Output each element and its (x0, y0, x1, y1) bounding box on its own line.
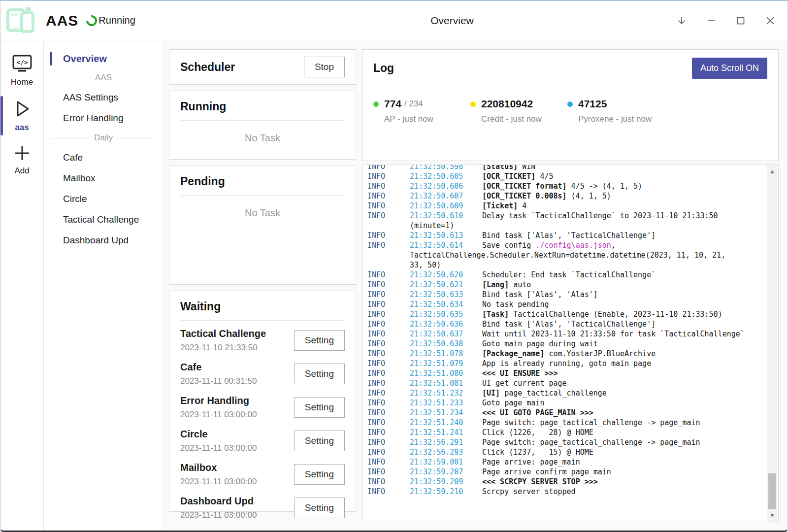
log-line: INFO21:32:56.291Page switch: page_tactic… (367, 437, 766, 447)
task-name: Dashboard Upd (180, 496, 257, 507)
hide-to-tray-button[interactable] (675, 14, 688, 27)
close-button[interactable] (764, 14, 777, 27)
nav-item-overview[interactable]: Overview (44, 49, 163, 68)
running-empty-text: No Task (180, 133, 345, 144)
nav-item-cafe[interactable]: Cafe (44, 147, 163, 168)
stat-value: 220810942 (481, 98, 533, 110)
nav-section-daily: Daily (44, 129, 163, 147)
stat-suffix: / 234 (404, 99, 423, 109)
waiting-card: Waiting Tactical Challenge 2023-11-10 21… (169, 291, 356, 512)
log-scrollbar[interactable]: ▲ ▼ (767, 165, 777, 522)
scrollbar-thumb[interactable] (768, 473, 776, 509)
stat-label: Credit - just now (481, 114, 567, 124)
log-lines: INFO21:32:50.598[Status] WININFO21:32:50… (367, 165, 766, 497)
log-line: INFO21:32:51.234<<< UI GOTO PAGE_MAIN >>… (367, 408, 766, 418)
scheduler-stop-button[interactable]: Stop (304, 57, 345, 77)
stat-value: 47125 (578, 98, 607, 110)
running-spinner-icon (84, 13, 99, 28)
task-name: Mailbox (180, 462, 257, 473)
log-line: INFO21:32:51.241Click (1226, 28) @ HOME (367, 428, 766, 437)
divider (180, 320, 345, 321)
task-setting-button[interactable]: Setting (294, 330, 345, 351)
task-setting-button[interactable]: Setting (294, 364, 345, 384)
log-line: INFO21:32:50.635[Task] TacticalChallenge… (367, 309, 766, 319)
log-line: INFO21:32:51.232[UI] page_tactical_chall… (367, 388, 766, 398)
nav-section-daily-label: Daily (94, 133, 113, 143)
task-name: Cafe (180, 362, 257, 373)
task-next-run: 2023-11-11 03:00:00 (180, 443, 257, 453)
close-icon (765, 15, 776, 26)
rail-item-add[interactable]: Add (0, 138, 43, 182)
waiting-item-cafe: Cafe 2023-11-11 00:31:50 Setting (180, 357, 345, 391)
divider (180, 120, 345, 121)
rail-item-home[interactable]: </> Home (0, 49, 43, 93)
log-line: INFO21:32:50.636Bind task ['Alas', 'Tact… (367, 319, 766, 329)
stat-credit: 220810942 Credit - just now (470, 98, 567, 124)
app-window: AAS Running Overview </> (0, 0, 788, 532)
log-line-continuation: 33, 50) (367, 260, 766, 270)
log-line: INFO21:32:59.209<<< SCRCPY SERVER STOP >… (367, 477, 766, 487)
nav-section-aas: AAS (44, 68, 163, 87)
log-line: INFO21:32:50.638Goto main page during wa… (367, 339, 766, 349)
nav-item-error-handling[interactable]: Error Handling (44, 108, 163, 129)
task-name: Tactical Challenge (180, 328, 266, 339)
stat-label: AP - just now (384, 114, 470, 124)
pending-card: Pending No Task (169, 166, 356, 285)
divider (180, 195, 345, 196)
log-line: INFO21:32:50.613Bind task ['Alas', 'Tact… (367, 231, 766, 240)
blue-dot-icon (567, 101, 573, 107)
nav-item-dashboard-upd[interactable]: Dashboard Upd (44, 230, 163, 251)
green-dot-icon (373, 101, 379, 107)
home-monitor-code-icon: </> (11, 54, 33, 74)
task-setting-button[interactable]: Setting (294, 397, 345, 418)
nav-item-aas-settings[interactable]: AAS Settings (44, 87, 163, 108)
log-line: INFO21:32:51.240Page switch: page_tactic… (367, 418, 766, 428)
log-line: INFO21:32:50.614Save config ./config\aas… (367, 240, 766, 250)
task-setting-button[interactable]: Setting (294, 498, 345, 518)
rail-home-label: Home (11, 77, 33, 87)
log-line: INFO21:32:51.233Goto page_main (367, 398, 766, 408)
log-line: INFO21:32:50.605[OCR_TICKET] 4/5 (367, 171, 766, 181)
waiting-item-tactical-challenge: Tactical Challenge 2023-11-10 21:33:50 S… (180, 324, 345, 357)
minimize-button[interactable] (705, 14, 718, 27)
play-icon (12, 98, 33, 120)
rail-item-aas[interactable]: aas (0, 93, 43, 138)
nav-item-circle[interactable]: Circle (44, 189, 163, 209)
rail-active-indicator (0, 96, 3, 135)
divider (373, 85, 767, 85)
scheduler-card: Scheduler Stop (169, 49, 356, 85)
nav-item-mailbox[interactable]: Mailbox (44, 168, 163, 189)
nav-overview-label: Overview (63, 53, 107, 65)
log-line: INFO21:32:50.609[Ticket] 4 (367, 201, 766, 211)
maximize-button[interactable] (734, 14, 747, 27)
log-line: INFO21:32:50.598[Status] WIN (367, 165, 766, 171)
nav-active-indicator (50, 52, 52, 66)
log-line: INFO21:32:51.078[Package_name] com.Yosta… (367, 349, 766, 359)
log-line: INFO21:32:50.606[OCR_TICKET format] 4/5 … (367, 181, 766, 191)
log-line: INFO21:32:50.637Wait until 2023-11-10 21… (367, 329, 766, 339)
log-line-continuation: TacticalChallenge.Scheduler.NextRun=date… (367, 250, 766, 260)
divider-line (117, 78, 155, 78)
scrollbar-up-arrow-icon[interactable]: ▲ (767, 169, 777, 174)
log-scroll-area[interactable]: INFO21:32:50.598[Status] WININFO21:32:50… (362, 165, 766, 522)
pending-empty-text: No Task (180, 207, 345, 219)
waiting-item-error-handling: Error Handling 2023-11-11 03:00:00 Setti… (180, 391, 345, 424)
log-line: INFO21:32:59.207Page arrive confirm page… (367, 467, 766, 477)
waiting-item-dashboard-upd: Dashboard Upd 2023-11-11 03:00:00 Settin… (180, 491, 345, 525)
task-next-run: 2023-11-11 00:31:50 (180, 376, 257, 386)
rail-add-label: Add (14, 166, 29, 176)
log-line: INFO21:32:50.633Bind task ['Alas', 'Alas… (367, 290, 766, 299)
task-setting-button[interactable]: Setting (294, 431, 345, 451)
log-title: Log (373, 62, 394, 75)
running-title: Running (180, 100, 345, 113)
plus-icon (12, 143, 32, 163)
scrollbar-down-arrow-icon[interactable]: ▼ (767, 513, 777, 518)
auto-scroll-toggle-button[interactable]: Auto Scroll ON (692, 58, 767, 79)
nav-item-tactical-challenge[interactable]: Tactical Challenge (44, 209, 163, 230)
log-line: INFO21:32:50.607[OCR_TICKET 0.008s] (4, … (367, 191, 766, 201)
nav-panel: Overview AAS AAS Settings Error Handling… (44, 41, 163, 531)
log-line: INFO21:32:50.610Delay task `TacticalChal… (367, 211, 766, 221)
task-name: Circle (180, 429, 257, 440)
task-setting-button[interactable]: Setting (294, 464, 345, 485)
divider-line (52, 138, 89, 138)
